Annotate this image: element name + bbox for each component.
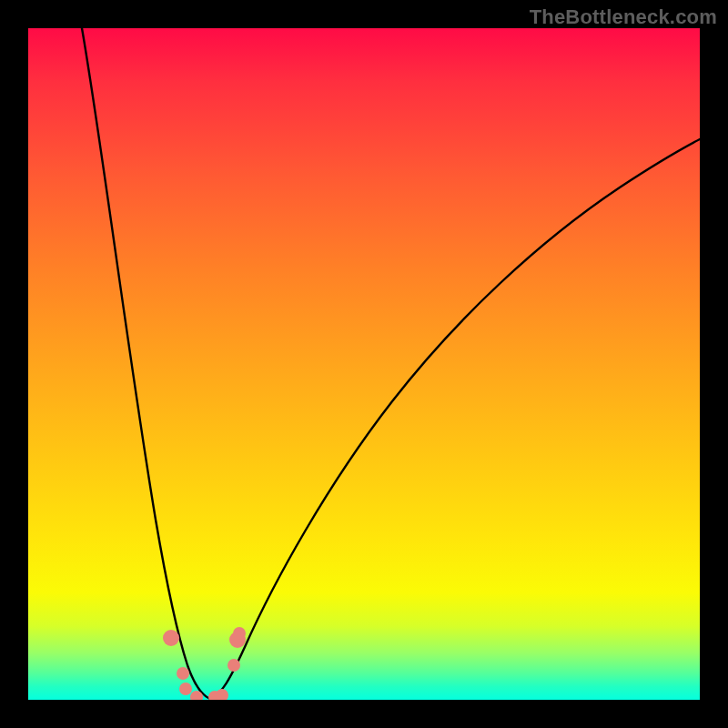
curves-layer xyxy=(28,28,700,700)
marker xyxy=(228,659,240,672)
bottleneck-curve-right xyxy=(210,139,700,699)
marker xyxy=(163,630,179,646)
marker xyxy=(179,682,192,695)
bottleneck-curve-left xyxy=(82,28,210,699)
marker xyxy=(216,689,228,700)
marker xyxy=(177,667,189,680)
chart-frame: TheBottleneck.com xyxy=(0,0,728,728)
marker xyxy=(233,627,246,640)
watermark-text: TheBottleneck.com xyxy=(530,5,717,29)
data-markers xyxy=(163,627,246,700)
plot-area xyxy=(28,28,700,700)
